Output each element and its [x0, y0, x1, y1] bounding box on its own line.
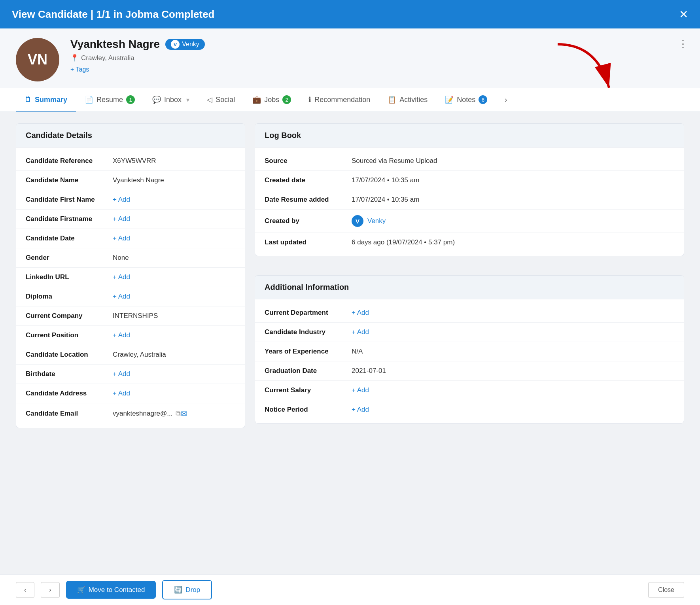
- field-candidate-reference: Candidate Reference X6YW5WVRR: [16, 151, 245, 171]
- tab-resume-label: Resume: [96, 96, 123, 104]
- logbook-source: Source Sourced via Resume Upload: [255, 151, 684, 171]
- field-graduation-date: Graduation Date 2021-07-01: [255, 361, 684, 381]
- add-candidate-firstname-button[interactable]: + Add: [113, 215, 130, 223]
- add-candidate-first-name-button[interactable]: + Add: [113, 196, 130, 204]
- close-bottom-button[interactable]: Close: [648, 582, 684, 598]
- add-diploma-button[interactable]: + Add: [113, 293, 130, 301]
- label-birthdate: Birthdate: [26, 370, 113, 378]
- value-candidate-location: Crawley, Australia: [113, 351, 166, 359]
- tab-jobs[interactable]: 💼 Jobs 2: [244, 88, 300, 112]
- value-source: Sourced via Resume Upload: [352, 157, 437, 165]
- notes-badge: 6: [479, 95, 487, 104]
- field-current-company: Current Company INTERNSHIPS: [16, 306, 245, 326]
- value-candidate-name: Vyanktesh Nagre: [113, 176, 164, 184]
- tab-jobs-label: Jobs: [264, 96, 279, 104]
- tab-inbox[interactable]: 💬 Inbox ▾: [144, 88, 198, 112]
- candidate-name: Vyanktesh Nagre: [70, 38, 160, 51]
- label-candidate-industry: Candidate Industry: [265, 328, 352, 336]
- tab-resume[interactable]: 📄 Resume 1: [76, 88, 144, 112]
- tab-summary[interactable]: 🗒 Summary: [16, 89, 76, 112]
- field-candidate-name: Candidate Name Vyanktesh Nagre: [16, 171, 245, 190]
- logbook-resume-added: Date Resume added 17/07/2024 • 10:35 am: [255, 190, 684, 210]
- add-notice-period-button[interactable]: + Add: [352, 406, 369, 414]
- field-candidate-email: Candidate Email vyankteshnagre@... ⧉ ✉: [16, 403, 245, 424]
- value-graduation-date: 2021-07-01: [352, 367, 386, 375]
- bottom-bar: ‹ › 🛒 Move to Contacted 🔄 Drop Close: [0, 574, 700, 605]
- label-current-department: Current Department: [265, 309, 352, 317]
- resume-badge: 1: [126, 95, 135, 104]
- drop-label: Drop: [185, 586, 200, 594]
- label-candidate-name: Candidate Name: [26, 176, 113, 184]
- field-candidate-firstname: Candidate Firstname + Add: [16, 210, 245, 229]
- label-candidate-address: Candidate Address: [26, 389, 113, 397]
- label-linkedin: LinkedIn URL: [26, 273, 113, 281]
- label-current-position: Current Position: [26, 331, 113, 339]
- label-candidate-first-name: Candidate First Name: [26, 196, 113, 204]
- value-last-updated: 6 days ago (19/07/2024 • 5:37 pm): [352, 238, 455, 246]
- summary-icon: 🗒: [25, 96, 32, 104]
- next-button[interactable]: ›: [41, 582, 59, 598]
- value-gender: None: [113, 254, 129, 262]
- drop-button[interactable]: 🔄 Drop: [162, 580, 212, 599]
- add-birthdate-button[interactable]: + Add: [113, 370, 130, 378]
- add-tags-button[interactable]: + Tags: [70, 66, 89, 73]
- right-panels: Log Book Source Sourced via Resume Uploa…: [255, 123, 684, 424]
- venky-badge: V Venky: [165, 39, 205, 50]
- inbox-dropdown-icon: ▾: [186, 96, 189, 104]
- jobs-badge: 2: [282, 95, 291, 104]
- created-by-value: V Venky: [352, 215, 386, 227]
- value-resume-added: 17/07/2024 • 10:35 am: [352, 196, 419, 204]
- add-current-department-button[interactable]: + Add: [352, 309, 369, 317]
- tab-activities[interactable]: 📋 Activities: [379, 88, 436, 112]
- title-bar: View Candidate | 1/1 in Jobma Completed …: [0, 0, 700, 28]
- logbook-created-by: Created by V Venky: [255, 210, 684, 233]
- label-created-date: Created date: [265, 176, 352, 184]
- profile-info: Vyanktesh Nagre V Venky 📍 Crawley, Austr…: [70, 38, 684, 73]
- tab-social[interactable]: ◁ Social: [198, 88, 244, 112]
- add-candidate-address-button[interactable]: + Add: [113, 389, 130, 397]
- jobs-icon: 💼: [252, 95, 261, 104]
- additional-info-panel: Additional Information Current Departmen…: [255, 275, 684, 424]
- label-current-company: Current Company: [26, 312, 113, 320]
- move-to-contacted-button[interactable]: 🛒 Move to Contacted: [66, 581, 156, 599]
- prev-button[interactable]: ‹: [16, 582, 34, 598]
- profile-header: VN Vyanktesh Nagre V Venky 📍 Crawley, Au…: [0, 28, 700, 88]
- inbox-icon: 💬: [152, 95, 161, 104]
- field-candidate-first-name: Candidate First Name + Add: [16, 190, 245, 210]
- add-linkedin-button[interactable]: + Add: [113, 273, 130, 281]
- tab-recommendation-label: Recommendation: [314, 96, 370, 104]
- profile-location: 📍 Crawley, Australia: [70, 54, 684, 62]
- more-options-button[interactable]: ⋮: [678, 38, 688, 50]
- add-candidate-industry-button[interactable]: + Add: [352, 328, 369, 336]
- send-email-button[interactable]: ✉: [181, 409, 187, 418]
- label-created-by: Created by: [265, 217, 352, 225]
- label-candidate-firstname: Candidate Firstname: [26, 215, 113, 223]
- resume-icon: 📄: [85, 95, 93, 104]
- tab-notes[interactable]: 📝 Notes 6: [436, 88, 496, 112]
- copy-email-button[interactable]: ⧉: [176, 410, 181, 418]
- label-graduation-date: Graduation Date: [265, 367, 352, 375]
- add-candidate-date-button[interactable]: + Add: [113, 234, 130, 242]
- tab-summary-label: Summary: [35, 96, 67, 104]
- profile-name-row: Vyanktesh Nagre V Venky: [70, 38, 684, 51]
- candidate-details-body: Candidate Reference X6YW5WVRR Candidate …: [16, 147, 245, 428]
- field-candidate-address: Candidate Address + Add: [16, 384, 245, 403]
- add-current-position-button[interactable]: + Add: [113, 331, 130, 339]
- close-button[interactable]: ✕: [679, 8, 688, 21]
- label-resume-added: Date Resume added: [265, 196, 352, 204]
- logbook-header: Log Book: [255, 124, 684, 147]
- value-years-experience: N/A: [352, 348, 363, 355]
- label-diploma: Diploma: [26, 293, 113, 301]
- value-created-date: 17/07/2024 • 10:35 am: [352, 176, 419, 184]
- label-candidate-location: Candidate Location: [26, 351, 113, 359]
- additional-info-body: Current Department + Add Candidate Indus…: [255, 299, 684, 423]
- label-candidate-reference: Candidate Reference: [26, 157, 113, 165]
- move-icon: 🛒: [77, 586, 85, 594]
- tab-recommendation[interactable]: ℹ Recommendation: [300, 88, 379, 112]
- candidate-details-header: Candidate Details: [16, 124, 245, 147]
- badge-initial: V: [171, 40, 180, 49]
- add-current-salary-button[interactable]: + Add: [352, 386, 369, 394]
- field-current-department: Current Department + Add: [255, 303, 684, 323]
- tab-more[interactable]: ›: [496, 89, 516, 112]
- candidate-details-panel: Candidate Details Candidate Reference X6…: [16, 123, 245, 428]
